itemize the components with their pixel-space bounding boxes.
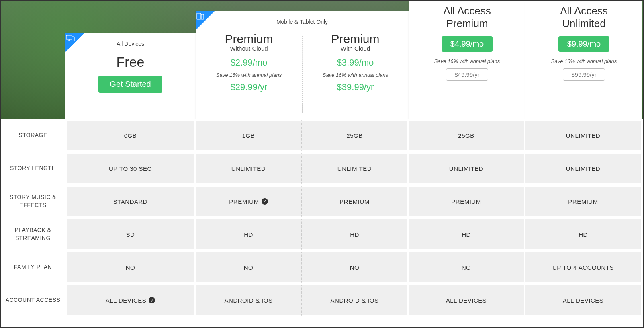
plan-title: All AccessPremium <box>409 1 525 30</box>
feature-cell: UP TO 4 ACCOUNTS <box>525 251 642 284</box>
svg-rect-5 <box>201 14 204 19</box>
feature-value: UNLIMITED <box>566 132 600 139</box>
devices-label: All Devices <box>65 41 196 47</box>
feature-value: NO <box>244 264 254 271</box>
column-divider <box>302 36 303 113</box>
feature-value: NO <box>462 264 471 271</box>
feature-value: ANDROID & IOS <box>225 297 273 304</box>
feature-cell: ALL DEVICES <box>409 284 525 317</box>
feature-value: 25GB <box>458 132 474 139</box>
feature-cell: 1GB <box>196 119 302 152</box>
feature-label: ACCOUNT ACCESS <box>1 296 65 304</box>
get-started-button[interactable]: Get Started <box>98 76 162 93</box>
select-unlimited-yearly-button[interactable]: $99.99/yr <box>563 68 605 81</box>
plan-subcard-with-cloud: Premium With Cloud $3.99/mo Save 16% wit… <box>302 32 409 117</box>
price-monthly: $2.99/mo <box>200 57 298 68</box>
plan-card-premium: All AccessPremium $4.99/mo Save 16% with… <box>409 1 525 119</box>
feature-value: HD <box>462 231 471 238</box>
feature-value: 1GB <box>242 132 255 139</box>
feature-value: ANDROID & IOS <box>331 297 379 304</box>
feature-cell: NO <box>409 251 525 284</box>
plan-subtitle: With Cloud <box>306 45 405 52</box>
feature-cell: HD <box>525 218 642 251</box>
feature-label: FAMILY PLAN <box>1 263 65 271</box>
plan-card-free: All Devices Free Get Started <box>65 33 196 119</box>
feature-cell: PREMIUM <box>525 185 642 218</box>
feature-value: 0GB <box>124 132 137 139</box>
feature-value: HD <box>350 231 359 238</box>
feature-value: UP TO 30 SEC <box>109 165 152 172</box>
feature-value: HD <box>579 231 588 238</box>
feature-cell: 25GB <box>302 119 409 152</box>
devices-corner-badge <box>65 33 84 52</box>
select-premium-monthly-button[interactable]: $4.99/mo <box>442 36 493 52</box>
feature-cell: NO <box>302 251 409 284</box>
feature-value: HD <box>244 231 253 238</box>
feature-value: UNLIMITED <box>566 165 600 172</box>
plan-title-text: All AccessPremium <box>443 5 491 29</box>
feature-value: PREMIUM <box>568 198 598 205</box>
feature-cell: SD <box>65 218 196 251</box>
feature-value: SD <box>126 231 135 238</box>
feature-cell: UNLIMITED <box>196 152 302 185</box>
feature-comparison-table: STORAGE0GB1GB25GB25GBUNLIMITEDSTORY LENG… <box>1 119 643 317</box>
feature-cell: UNLIMITED <box>302 152 409 185</box>
feature-cell: ANDROID & IOS <box>302 284 409 317</box>
feature-value: UNLIMITED <box>337 165 372 172</box>
plan-title-text: All AccessUnlimited <box>560 5 608 29</box>
feature-cell: ALL DEVICES <box>525 284 642 317</box>
svg-rect-0 <box>66 35 72 39</box>
svg-rect-4 <box>197 13 201 19</box>
feature-value: PREMIUM <box>451 198 481 205</box>
feature-cell: HD <box>302 218 409 251</box>
save-note: Save 16% with annual plans <box>409 58 525 64</box>
devices-corner-badge <box>196 11 215 30</box>
devices-label: Mobile & Tablet Only <box>196 18 409 25</box>
feature-cell: NO <box>65 251 196 284</box>
plan-title: Premium <box>200 32 298 46</box>
feature-row: PLAYBACK & STREAMINGSDHDHDHDHD <box>1 218 643 251</box>
feature-cell: PREMIUM <box>409 185 525 218</box>
feature-label: STORY MUSIC & EFFECTS <box>1 193 65 209</box>
feature-value: NO <box>126 264 135 271</box>
feature-cell: HD <box>409 218 525 251</box>
feature-row: STORY LENGTHUP TO 30 SECUNLIMITEDUNLIMIT… <box>1 152 643 185</box>
feature-value: STANDARD <box>113 198 147 205</box>
feature-value: 25GB <box>346 132 362 139</box>
plan-subtitle: Without Cloud <box>200 45 298 52</box>
feature-value: NO <box>350 264 360 271</box>
feature-value: UP TO 4 ACCOUNTS <box>552 264 614 271</box>
feature-cell: 0GB <box>65 119 196 152</box>
feature-value: UNLIMITED <box>231 165 266 172</box>
feature-label: STORAGE <box>1 131 65 139</box>
feature-value: ALL DEVICES <box>106 297 147 304</box>
feature-cell: UNLIMITED <box>525 119 642 152</box>
help-icon[interactable]: ? <box>262 198 268 205</box>
plan-card-unlimited: All AccessUnlimited $9.99/mo Save 16% wi… <box>525 1 642 119</box>
plan-subcard-without-cloud: Premium Without Cloud $2.99/mo Save 16% … <box>196 32 302 117</box>
mobile-tablet-icon <box>196 13 204 20</box>
select-premium-yearly-button[interactable]: $49.99/yr <box>446 68 488 81</box>
feature-row: FAMILY PLANNONONONOUP TO 4 ACCOUNTS <box>1 251 643 284</box>
feature-label: PLAYBACK & STREAMING <box>1 226 65 242</box>
feature-cell: PREMIUM? <box>196 185 302 218</box>
feature-value: PREMIUM <box>339 198 369 205</box>
price-yearly: $39.99/yr <box>306 82 405 92</box>
plan-card-mobile: Mobile & Tablet Only Premium Without Clo… <box>196 11 409 119</box>
save-note: Save 16% with annual plans <box>525 58 642 64</box>
feature-cell: UP TO 30 SEC <box>65 152 196 185</box>
price-monthly: $3.99/mo <box>306 57 405 68</box>
feature-row: ACCOUNT ACCESSALL DEVICES?ANDROID & IOSA… <box>1 284 643 317</box>
feature-cell: UNLIMITED <box>409 152 525 185</box>
help-icon[interactable]: ? <box>149 297 155 303</box>
feature-cell: PREMIUM <box>302 185 409 218</box>
feature-cell: ALL DEVICES? <box>65 284 196 317</box>
feature-cell: 25GB <box>409 119 525 152</box>
select-unlimited-monthly-button[interactable]: $9.99/mo <box>558 36 609 52</box>
plan-title: Premium <box>306 32 405 46</box>
feature-cell: UNLIMITED <box>525 152 642 185</box>
save-note: Save 16% with annual plans <box>306 72 405 78</box>
feature-row: STORAGE0GB1GB25GB25GBUNLIMITED <box>1 119 643 152</box>
feature-value: ALL DEVICES <box>446 297 487 304</box>
feature-cell: NO <box>196 251 302 284</box>
